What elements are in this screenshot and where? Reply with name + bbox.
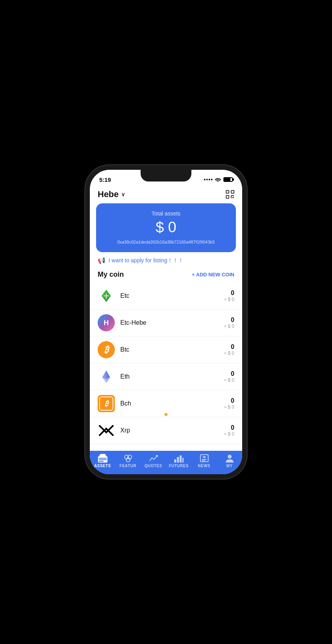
bottom-nav: ASSETS FEATUR QUOTES: [90, 451, 242, 474]
list-item[interactable]: ₿ Bch 0 ≈ $ 0: [90, 390, 242, 417]
coin-list: Etc 0 ≈ $ 0 H Etc-Hebe 0 ≈ $ 0 ₿ Btc 0 ≈…: [90, 283, 242, 447]
add-new-coin-button[interactable]: + ADD NEW COIN: [192, 272, 234, 278]
coin-usd: ≈ $ 0: [224, 377, 234, 383]
listing-text: I want to apply for listing！！！: [109, 257, 184, 264]
status-icons: [204, 177, 233, 182]
etc-logo: [98, 287, 115, 304]
coin-value: 0 ≈ $ 0: [224, 343, 234, 356]
header: Hebe ∨: [90, 187, 242, 203]
megaphone-icon: 📢: [98, 257, 105, 264]
signal-icon: [204, 179, 212, 180]
coin-amount: 0: [224, 397, 234, 404]
nav-label-news: NEWS: [198, 464, 211, 468]
list-item[interactable]: H Etc-Hebe 0 ≈ $ 0: [90, 310, 242, 336]
nav-label-featur: FEATUR: [120, 464, 136, 468]
status-time: 5:19: [99, 176, 111, 183]
btc-logo: ₿: [98, 341, 115, 358]
coin-value: 0 ≈ $ 0: [224, 317, 234, 329]
wallet-selector[interactable]: Hebe ∨: [98, 189, 125, 199]
svg-rect-19: [99, 459, 107, 460]
coin-name: Etc-Hebe: [120, 319, 224, 326]
total-assets-label: Total assets: [104, 210, 228, 217]
list-item[interactable]: ₿ Bsv 0 ≈ $ 0: [90, 444, 242, 447]
coin-name: Xrp: [120, 427, 224, 434]
nav-label-futures: FUTURES: [169, 464, 189, 468]
wifi-icon: [215, 177, 221, 182]
svg-rect-20: [99, 461, 104, 462]
svg-rect-2: [226, 196, 229, 198]
nav-label-my: MY: [227, 464, 233, 468]
nav-item-featur[interactable]: FEATUR: [115, 454, 141, 468]
svg-point-31: [228, 455, 232, 459]
nav-label-quotes: QUOTES: [145, 464, 162, 468]
coin-name: Eth: [120, 373, 224, 380]
bch-logo: ₿: [98, 395, 115, 412]
nav-item-my[interactable]: MY: [217, 454, 242, 468]
coin-amount: 0: [224, 317, 234, 324]
notch: [141, 170, 191, 181]
my-coin-header: My coin + ADD NEW COIN: [90, 269, 242, 283]
svg-rect-16: [99, 455, 106, 456]
list-item[interactable]: Eth 0 ≈ $ 0: [90, 363, 242, 390]
phone-frame: 5:19 Hebe ∨: [90, 170, 242, 474]
coin-usd: ≈ $ 0: [224, 324, 234, 329]
coin-amount: 0: [224, 290, 234, 297]
wallet-name: Hebe: [98, 189, 119, 199]
nav-item-quotes[interactable]: QUOTES: [141, 454, 166, 468]
dot-indicator: [164, 413, 168, 416]
futures-icon: [174, 454, 184, 463]
svg-rect-18: [99, 458, 107, 459]
my-coin-title: My coin: [98, 270, 124, 279]
nav-item-futures[interactable]: FUTURES: [166, 454, 191, 468]
svg-rect-24: [174, 459, 176, 463]
list-item[interactable]: Xrp 0 ≈ $ 0: [90, 417, 242, 444]
wallet-address[interactable]: 0xa39c02a1deda302b16a38b72165a487f1f9043…: [104, 240, 228, 244]
coin-name: Etc: [120, 292, 224, 299]
coin-value: 0 ≈ $ 0: [224, 424, 234, 437]
scan-icon[interactable]: [226, 190, 234, 199]
xrp-logo: [98, 422, 115, 439]
coin-value: 0 ≈ $ 0: [224, 290, 234, 302]
coin-usd: ≈ $ 0: [224, 431, 234, 437]
svg-rect-26: [180, 455, 182, 463]
featur-icon: [123, 454, 133, 463]
coin-name: Btc: [120, 346, 224, 353]
assets-icon: [98, 454, 107, 463]
nav-label-assets: ASSETS: [94, 464, 111, 468]
asset-card: Total assets $ 0 0xa39c02a1deda302b16a38…: [96, 203, 236, 252]
battery-icon: [223, 177, 233, 182]
quotes-icon: [149, 454, 158, 463]
coin-name: Bch: [120, 400, 224, 407]
coin-amount: 0: [224, 424, 234, 431]
my-icon: [225, 454, 234, 463]
total-assets-amount: $ 0: [104, 219, 228, 236]
svg-rect-25: [177, 457, 179, 463]
svg-rect-27: [182, 458, 184, 463]
coin-amount: 0: [224, 370, 234, 377]
list-item[interactable]: ₿ Btc 0 ≈ $ 0: [90, 336, 242, 363]
eth-logo: [98, 368, 115, 385]
list-item[interactable]: Etc 0 ≈ $ 0: [90, 283, 242, 310]
nav-item-news[interactable]: NEWS: [191, 454, 217, 468]
svg-rect-1: [231, 190, 234, 193]
svg-rect-17: [100, 454, 105, 455]
nav-item-assets[interactable]: ASSETS: [90, 454, 115, 468]
listing-bar[interactable]: 📢 I want to apply for listing！！！: [90, 252, 242, 269]
coin-usd: ≈ $ 0: [224, 404, 234, 410]
svg-rect-0: [226, 190, 229, 193]
news-icon: [200, 454, 209, 463]
coin-value: 0 ≈ $ 0: [224, 370, 234, 383]
coin-value: 0 ≈ $ 0: [224, 397, 234, 410]
coin-usd: ≈ $ 0: [224, 297, 234, 302]
coin-usd: ≈ $ 0: [224, 350, 234, 356]
coin-amount: 0: [224, 343, 234, 350]
hebe-logo: H: [98, 314, 115, 331]
chevron-down-icon: ∨: [121, 191, 125, 197]
